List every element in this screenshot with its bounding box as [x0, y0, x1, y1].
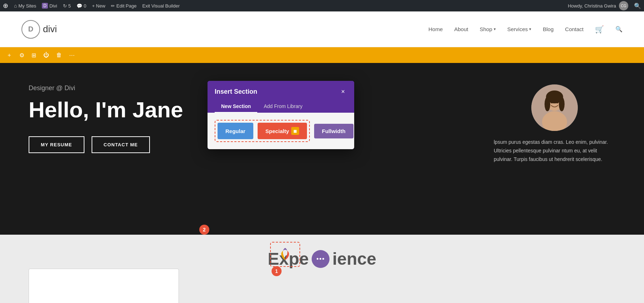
delete-button[interactable]: 🗑: [54, 50, 64, 60]
site-nav: Home About Shop ▾ Services ▾ Blog Contac…: [428, 25, 623, 34]
section-toolbar: ＋ ⚙ ⊞ ⏻ 🗑 ⋯: [0, 47, 644, 63]
insert-section-modal[interactable]: Insert Section × New Section Add From Li…: [208, 81, 354, 149]
nav-contact[interactable]: Contact: [565, 26, 584, 32]
regular-section-button[interactable]: Regular: [218, 123, 253, 139]
experience-dots-icon: [312, 250, 330, 268]
tab-add-from-library[interactable]: Add From Library: [257, 101, 309, 113]
modal-title: Insert Section: [215, 88, 257, 96]
add-section-button[interactable]: ＋: [4, 50, 14, 60]
badge-number-2: 2: [199, 225, 209, 235]
svg-point-6: [551, 101, 553, 103]
nav-about[interactable]: About: [454, 26, 468, 32]
new-button[interactable]: + New: [92, 3, 105, 9]
wp-logo[interactable]: ⊕: [3, 2, 8, 10]
logo-circle: D: [21, 20, 40, 39]
chevron-down-icon: ▾: [494, 27, 496, 31]
modal-body: Regular Specialty ▦ Fullwidth: [208, 113, 354, 149]
chevron-down-icon: ▾: [529, 27, 531, 31]
specialty-section-button[interactable]: Specialty ▦: [258, 123, 307, 139]
admin-bar: ⊕ ⌂ My Sites D Divi ↻ 5 💬 0 + New ✏ Edit…: [0, 0, 644, 11]
disable-button[interactable]: ⏻: [41, 50, 51, 60]
edit-page-button[interactable]: ✏ Edit Page: [111, 3, 136, 9]
close-icon[interactable]: ×: [339, 87, 347, 96]
resume-button[interactable]: MY RESUME: [29, 136, 84, 153]
gray-content: [29, 269, 615, 303]
updates-button[interactable]: ↻ 5: [63, 3, 71, 9]
svg-point-7: [556, 101, 558, 103]
settings-button[interactable]: ⚙: [17, 50, 26, 60]
nav-shop[interactable]: Shop ▾: [480, 26, 496, 32]
hero-content-right: lpsum purus egestas diam cras. Leo enim,…: [472, 84, 615, 213]
my-sites-menu[interactable]: ⌂ My Sites: [14, 3, 36, 9]
cart-icon[interactable]: 🛒: [595, 25, 604, 34]
contact-button[interactable]: CONTACT ME: [92, 136, 150, 153]
hero-section: Designer @ Divi Hello, I'm Jane MY RESUM…: [0, 63, 644, 235]
site-logo[interactable]: D divi: [21, 20, 57, 39]
svg-point-3: [545, 97, 550, 111]
nav-blog[interactable]: Blog: [543, 26, 553, 32]
user-info: Howdy, Christina Gwira CG 🔍: [568, 1, 641, 10]
tab-new-section[interactable]: New Section: [215, 101, 257, 113]
modal-header: Insert Section ×: [208, 81, 354, 96]
search-icon[interactable]: 🔍: [634, 3, 641, 9]
comments-button[interactable]: 💬 0: [77, 3, 86, 9]
section-buttons-group: Regular Specialty ▦: [215, 120, 310, 142]
fullwidth-section-button[interactable]: Fullwidth: [314, 124, 353, 138]
hero-avatar: [531, 84, 578, 131]
gray-section: Expe ience: [0, 235, 644, 303]
user-avatar: CG: [619, 1, 628, 10]
layout-button[interactable]: ⊞: [29, 50, 38, 60]
more-options-button[interactable]: ⋯: [67, 50, 77, 60]
nav-home[interactable]: Home: [428, 26, 443, 32]
svg-point-4: [559, 97, 565, 111]
hero-body-text: lpsum purus egestas diam cras. Leo enim,…: [494, 138, 615, 163]
modal-tabs: New Section Add From Library: [208, 96, 354, 113]
nav-search-icon[interactable]: 🔍: [615, 26, 623, 33]
exit-builder-button[interactable]: Exit Visual Builder: [142, 3, 180, 9]
nav-services[interactable]: Services ▾: [507, 26, 532, 32]
site-header: D divi Home About Shop ▾ Services ▾ Blog…: [0, 11, 644, 47]
divi-menu[interactable]: D Divi: [42, 3, 57, 9]
experience-title: Expe ience: [268, 249, 376, 269]
gray-left-box: [29, 269, 179, 303]
specialty-icon: ▦: [291, 127, 299, 135]
